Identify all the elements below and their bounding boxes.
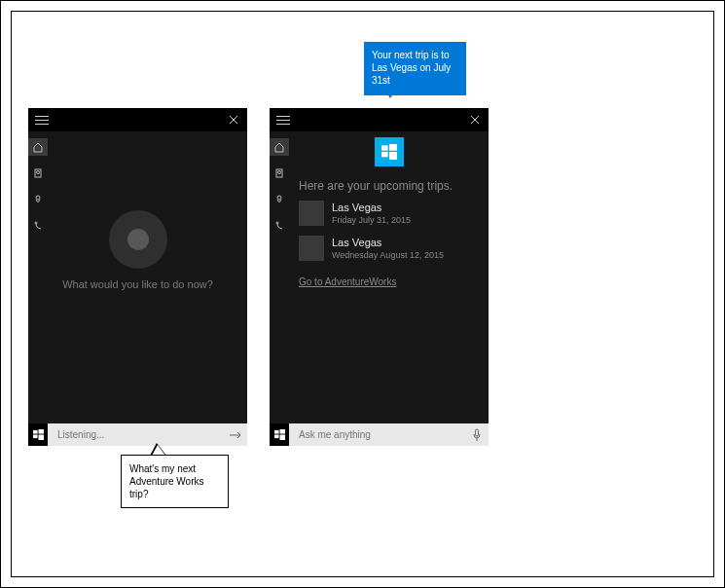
trip-date: Wednesday August 12, 2015 (332, 250, 444, 260)
sidebar-item-places[interactable] (270, 191, 289, 208)
voice-response-callout-tail (382, 87, 398, 98)
trip-date: Friday July 31, 2015 (332, 215, 411, 225)
user-speech-callout: What's my next Adventure Works trip? (121, 455, 229, 508)
microphone-icon[interactable] (465, 423, 489, 446)
sidebar (270, 131, 289, 235)
sidebar-item-feedback[interactable] (270, 217, 289, 235)
close-button[interactable] (226, 112, 241, 128)
sidebar-item-notebook[interactable] (270, 165, 289, 182)
sidebar-item-notebook[interactable] (28, 165, 48, 182)
svg-rect-6 (33, 435, 38, 439)
trip-thumbnail (299, 236, 324, 261)
svg-rect-17 (279, 429, 285, 434)
search-input[interactable]: Listening... (48, 429, 224, 440)
search-bar: Listening... (28, 423, 247, 446)
app-deep-link[interactable]: Go to AdventureWorks (299, 276, 489, 287)
trip-destination: Las Vegas (332, 237, 444, 248)
hamburger-icon[interactable] (273, 108, 293, 131)
sidebar-item-home[interactable] (28, 138, 48, 156)
voice-response-callout: Your next trip is to Las Vegas on July 3… (364, 42, 466, 95)
search-input[interactable]: Ask me anything (289, 429, 465, 440)
search-bar: Ask me anything (270, 423, 489, 446)
svg-rect-4 (33, 430, 38, 434)
close-button[interactable] (467, 112, 483, 128)
voice-response-text: Your next trip is to Las Vegas on July 3… (372, 50, 451, 86)
app-tile-icon (375, 137, 404, 166)
results-heading: Here are your upcoming trips. (289, 179, 489, 193)
svg-rect-13 (389, 144, 397, 151)
sidebar-item-places[interactable] (28, 191, 48, 208)
submit-arrow-icon[interactable] (224, 423, 247, 446)
titlebar (270, 108, 489, 131)
trip-thumbnail (299, 201, 324, 226)
svg-point-11 (276, 222, 278, 224)
start-button[interactable] (28, 423, 48, 446)
start-button[interactable] (270, 423, 289, 446)
sidebar-item-home[interactable] (270, 138, 289, 156)
trip-destination: Las Vegas (332, 202, 411, 213)
svg-rect-20 (476, 429, 479, 436)
cortana-avatar (28, 210, 247, 269)
svg-rect-14 (381, 152, 388, 157)
trip-item[interactable]: Las Vegas Friday July 31, 2015 (289, 193, 489, 228)
svg-rect-18 (274, 435, 279, 439)
cortana-prompt-text: What would you like to do now? (28, 278, 247, 290)
trip-item[interactable]: Las Vegas Wednesday August 12, 2015 (289, 228, 489, 263)
svg-rect-12 (381, 145, 388, 150)
user-speech-text: What's my next Adventure Works trip? (129, 463, 204, 499)
svg-rect-16 (274, 430, 279, 434)
svg-point-9 (278, 171, 281, 174)
svg-rect-7 (38, 435, 44, 441)
svg-rect-5 (38, 429, 44, 434)
results-content: Here are your upcoming trips. Las Vegas … (289, 131, 489, 423)
hamburger-icon[interactable] (32, 108, 52, 131)
cortana-panel-results: Here are your upcoming trips. Las Vegas … (270, 108, 489, 446)
svg-point-1 (37, 171, 40, 174)
svg-point-2 (36, 196, 40, 200)
cortana-panel-listening: What would you like to do now? Listening… (28, 108, 247, 446)
svg-point-10 (277, 196, 281, 200)
svg-rect-15 (389, 152, 397, 160)
titlebar (28, 108, 247, 131)
svg-rect-19 (279, 435, 285, 441)
